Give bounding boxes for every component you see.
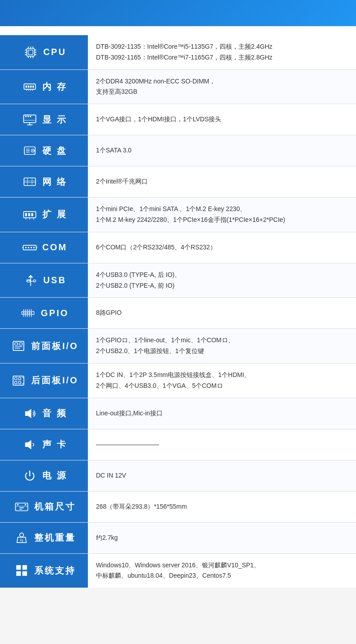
table-row: 显 示 1个VGA接口，1个HDMI接口，1个LVDS接头: [0, 104, 356, 135]
label-text: 硬 盘: [42, 145, 67, 157]
gpio-icon: [19, 304, 37, 322]
table-row: 电 源 DC IN 12V: [0, 460, 356, 491]
os-icon: [13, 561, 31, 580]
table-row: 系统支持 Windows10、Windows server 2016、银河麒麟V…: [0, 553, 356, 588]
table-row: 内 存 2个DDR4 3200MHz non-ECC SO-DIMM，支持至高3…: [0, 69, 356, 104]
label-cell-inner: CPU: [5, 43, 83, 61]
label-text: COM: [42, 242, 68, 253]
label-cell-inner: USB: [5, 271, 83, 290]
page-wrapper: CPU DTB-3092-1135：Intel®Core™i5-1135G7，四…: [0, 0, 356, 588]
svg-rect-82: [15, 377, 17, 380]
svg-marker-89: [25, 440, 32, 449]
network-icon: [21, 173, 39, 191]
label-cell-inner: GPIO: [5, 304, 83, 322]
label-cell-inner: 扩 展: [5, 206, 83, 224]
label-cell-inner: 显 示: [5, 110, 83, 129]
label-cell-inner: 后面板I/O: [5, 372, 83, 390]
label-text: 系统支持: [34, 565, 76, 577]
svg-rect-83: [18, 377, 21, 380]
com-icon: [21, 239, 39, 257]
label-text: 机箱尺寸: [34, 501, 76, 513]
label-text: CPU: [43, 47, 66, 57]
rear-io-icon: [9, 372, 27, 390]
label-text: 内 存: [42, 81, 67, 93]
cpu-value: DTB-3092-1135：Intel®Core™i5-1135G7，四核，主频…: [88, 35, 356, 69]
com-value: 6个COM口（2个RS232/485、4个RS232）: [88, 232, 356, 263]
expand-icon: [21, 206, 39, 224]
label-cell-inner: 系统支持: [5, 561, 83, 580]
label-text: USB: [43, 275, 66, 285]
svg-rect-77: [15, 343, 18, 345]
usb-icon: [22, 271, 40, 290]
table-row: 扩 展 1个mini PCIe、1个mini SATA 、1个M.2 E-key…: [0, 198, 356, 232]
audio-value: Line-out接口,Mic-in接口: [88, 398, 356, 429]
label-cell-inner: 硬 盘: [5, 142, 83, 160]
label-cell-inner: COM: [5, 239, 83, 257]
soundcard-value: ——————————: [88, 429, 356, 460]
label-text: 前面板I/O: [31, 340, 78, 352]
table-row: GPIO 8路GPIO: [0, 298, 356, 329]
table-row: COM 6个COM口（2个RS232/485、4个RS232）: [0, 232, 356, 263]
table-row: CPU DTB-3092-1135：Intel®Core™i5-1135G7，四…: [0, 35, 356, 69]
svg-rect-15: [26, 86, 27, 88]
memory-icon: [21, 78, 39, 96]
table-row: 网 络 2个Intel®千兆网口: [0, 166, 356, 198]
usb-value: 4个USB3.0 (TYPE-A, 后 IO)、2个USB2.0 (TYPE-A…: [88, 263, 356, 298]
os-value: Windows10、Windows server 2016、银河麒麟V10_SP…: [88, 553, 356, 588]
hdd-icon: [21, 142, 39, 160]
label-cell-inner: kg 整机重量: [5, 529, 83, 547]
svg-point-29: [30, 116, 31, 117]
svg-point-32: [32, 150, 34, 152]
svg-rect-100: [16, 571, 21, 576]
rear-io-value: 1个DC IN、1个2P 3.5mm电源按钮接线盒、1个HDMI、2个网口、4个…: [88, 363, 356, 398]
svg-point-62: [25, 313, 27, 314]
chassis-value: 268（带耳朵293.8）*156*55mm: [88, 491, 356, 522]
svg-text:kg: kg: [20, 538, 23, 542]
table-row: 后面板I/O 1个DC IN、1个2P 3.5mm电源按钮接线盒、1个HDMI、…: [0, 363, 356, 398]
svg-point-92: [24, 504, 26, 505]
label-cell-inner: 电 源: [5, 467, 83, 485]
table-row: 机箱尺寸 268（带耳朵293.8）*156*55mm: [0, 491, 356, 522]
table-row: 声 卡 ——————————: [0, 429, 356, 460]
label-text: 后面板I/O: [31, 374, 78, 386]
label-cell-inner: 网 络: [5, 173, 83, 191]
svg-rect-84: [15, 381, 17, 383]
svg-rect-42: [25, 213, 27, 216]
table-row: 硬 盘 1个SATA 3.0: [0, 135, 356, 166]
expand-value: 1个mini PCIe、1个mini SATA 、1个M.2 E-key 223…: [88, 198, 356, 232]
label-cell-inner: 音 频: [5, 405, 83, 423]
svg-rect-17: [30, 86, 32, 88]
gpio-value: 8路GPIO: [88, 298, 356, 329]
label-cell-inner: 声 卡: [5, 436, 83, 454]
cpu-icon: [22, 43, 40, 61]
display-icon: [21, 110, 39, 129]
spec-table: CPU DTB-3092-1135：Intel®Core™i5-1135G7，四…: [0, 35, 356, 588]
svg-marker-88: [25, 409, 32, 418]
svg-rect-85: [18, 381, 21, 383]
label-text: 网 络: [42, 176, 67, 188]
svg-rect-1: [28, 50, 33, 55]
svg-point-64: [29, 313, 30, 314]
svg-point-63: [27, 313, 28, 314]
label-cell-inner: 机箱尺寸: [5, 498, 83, 516]
svg-point-57: [33, 280, 36, 282]
table-row: 前面板I/O 1个GPIOロ、1个line-out、1个mic、1个COMロ、2…: [0, 329, 356, 363]
svg-rect-44: [32, 213, 33, 216]
network-value: 2个Intel®千兆网口: [88, 166, 356, 198]
chassis-icon: [13, 498, 31, 516]
svg-rect-78: [19, 343, 23, 345]
svg-point-65: [31, 313, 32, 314]
hdd-value: 1个SATA 3.0: [88, 135, 356, 166]
svg-rect-101: [22, 571, 27, 576]
label-text: 整机重量: [34, 532, 76, 544]
label-text: 音 频: [42, 407, 67, 419]
weight-icon: kg: [13, 529, 31, 547]
svg-point-28: [27, 116, 29, 117]
svg-rect-99: [22, 565, 27, 570]
front-io-value: 1个GPIOロ、1个line-out、1个mic、1个COMロ、2个USB2.0…: [88, 329, 356, 363]
svg-point-50: [27, 247, 29, 248]
label-text: 显 示: [42, 114, 67, 126]
power-icon: [21, 467, 39, 485]
label-cell-inner: 前面板I/O: [5, 337, 83, 355]
svg-point-49: [25, 247, 26, 248]
